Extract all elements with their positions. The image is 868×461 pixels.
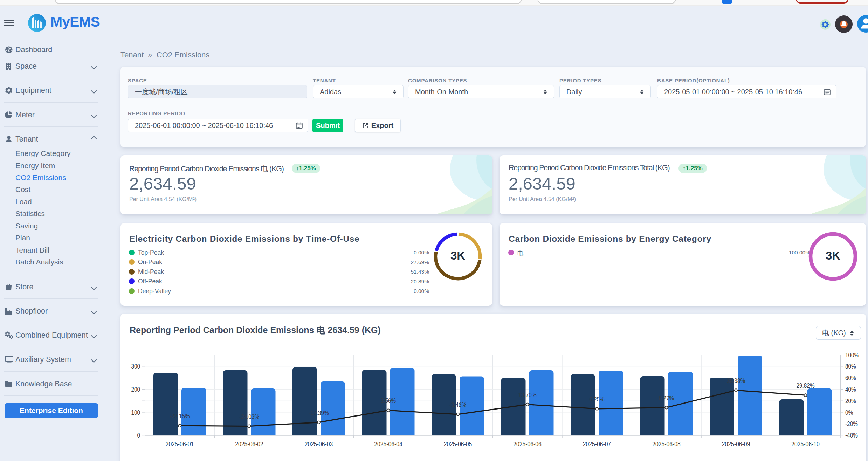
svg-text:2025-06-05: 2025-06-05 [444,440,472,448]
svg-text:-23.15%: -23.15% [170,412,190,420]
svg-text:100%: 100% [845,351,859,359]
svg-text:300: 300 [131,363,140,370]
svg-text:100: 100 [131,409,140,416]
svg-text:38.38%: 38.38% [727,377,745,384]
svg-text:-40%: -40% [845,432,858,439]
svg-text:0: 0 [137,432,140,439]
svg-text:-24.03%: -24.03% [239,413,259,420]
svg-text:-20%: -20% [845,420,858,427]
svg-text:2025-06-04: 2025-06-04 [374,440,402,448]
svg-text:60%: 60% [845,374,856,381]
svg-text:20%: 20% [845,397,856,405]
svg-text:-3.46%: -3.46% [449,401,467,408]
svg-text:3.56%: 3.56% [381,397,396,404]
svg-text:2025-06-01: 2025-06-01 [166,440,194,448]
svg-text:2025-06-07: 2025-06-07 [583,440,611,448]
svg-text:0%: 0% [845,409,853,416]
svg-text:2025-06-08: 2025-06-08 [652,440,681,448]
svg-text:80%: 80% [845,363,856,370]
svg-text:6.25%: 6.25% [589,395,605,403]
svg-text:2025-06-02: 2025-06-02 [235,440,263,448]
svg-text:-17.39%: -17.39% [309,409,329,417]
svg-text:13.70%: 13.70% [518,391,536,399]
svg-text:2025-06-03: 2025-06-03 [305,440,333,448]
svg-text:2025-06-10: 2025-06-10 [791,440,820,448]
svg-text:200: 200 [131,386,140,393]
svg-text:29.82%: 29.82% [796,382,814,389]
svg-text:2025-06-06: 2025-06-06 [513,440,542,448]
svg-text:2025-06-09: 2025-06-09 [722,440,750,448]
svg-text:8.27%: 8.27% [659,394,674,402]
svg-text:40%: 40% [845,386,856,393]
